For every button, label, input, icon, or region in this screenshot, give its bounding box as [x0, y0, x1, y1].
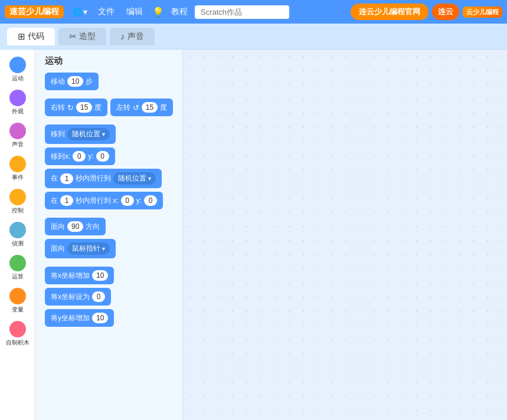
sidebar-item-motion[interactable]: 运动 — [0, 54, 35, 85]
block-glide-to-mid: 秒内滑行到 — [76, 173, 111, 183]
block-goto-dropdown[interactable]: 随机位置 — [67, 128, 110, 140]
cat-looks-label: 外观 — [12, 107, 24, 116]
cat-motion-label: 运动 — [12, 74, 24, 83]
tab-code-label: 代码 — [28, 31, 44, 42]
block-glide-to-pre: 在 — [51, 173, 58, 183]
sidebar-item-events[interactable]: 事件 — [0, 153, 35, 184]
block-glide-xy-x[interactable]: 0 — [121, 195, 134, 206]
cat-operators-label: 运算 — [12, 273, 24, 281]
brand-logo: 速芸少儿编程 — [5, 5, 64, 18]
blocks-category-title: 运动 — [45, 55, 176, 67]
tab-code[interactable]: ⊞ 代码 — [7, 28, 55, 45]
block-face-toward-dropdown[interactable]: 鼠标指针 — [67, 242, 110, 255]
block-goto-xy-x[interactable]: 0 — [73, 151, 86, 162]
file-menu[interactable]: 文件 — [93, 5, 119, 18]
block-goto[interactable]: 移到 随机位置 — [45, 124, 116, 144]
cat-events-label: 事件 — [12, 173, 24, 182]
block-reset-x-value[interactable]: 0 — [92, 291, 105, 302]
block-turn-left-text: 左转 — [116, 103, 130, 113]
block-goto-xy-y-label: y: — [88, 152, 93, 160]
block-reset-x[interactable]: 将x坐标设为 0 — [45, 288, 111, 306]
cat-control-label: 控制 — [12, 206, 24, 215]
tab-sound-label: 声音 — [127, 31, 144, 42]
block-glide-xy-pre: 在 — [51, 196, 58, 206]
website-button[interactable]: 连云少儿编程官网 — [351, 4, 429, 20]
block-reset-x-text: 将x坐标设为 — [51, 292, 90, 302]
block-face-dir-unit: 方向 — [86, 222, 100, 232]
sidebar-item-sensing[interactable]: 侦测 — [0, 219, 35, 250]
block-glide-to-value[interactable]: 1 — [60, 173, 73, 184]
blocks-panel: 运动 移动 10 步 右转 ↻ 15 度 左转 ↺ 15 度 移到 随机位置 — [35, 50, 183, 420]
navbar: 速芸少儿编程 🌐 ▾ 文件 编辑 💡 教程 连云少儿编程官网 连云 云少儿编程 — [0, 0, 507, 24]
block-set-y-value[interactable]: 10 — [92, 313, 108, 323]
category-sidebar: 运动 外观 声音 事件 控制 侦测 运算 变量 — [0, 50, 35, 420]
tab-sound[interactable]: ♪ 声音 — [110, 28, 155, 45]
block-turn-right-text: 右转 — [51, 103, 65, 113]
costume-tab-icon: ✂ — [69, 31, 77, 42]
canvas-area — [183, 50, 507, 420]
tab-costume-label: 造型 — [79, 31, 96, 42]
block-move[interactable]: 移动 10 步 — [45, 73, 99, 90]
sidebar-item-sound[interactable]: 声音 — [0, 120, 35, 151]
tutorial-menu[interactable]: 教程 — [166, 5, 192, 18]
cat-sensing-label: 侦测 — [12, 239, 24, 248]
block-glide-xy[interactable]: 在 1 秒内滑行到 x: 0 y: 0 — [45, 192, 163, 209]
block-glide-xy-value[interactable]: 1 — [60, 195, 73, 206]
main-area: 运动 外观 声音 事件 控制 侦测 运算 变量 — [0, 50, 507, 420]
block-move-text: 移动 — [51, 77, 65, 87]
block-glide-xy-y[interactable]: 0 — [144, 195, 157, 206]
sidebar-item-looks[interactable]: 外观 — [0, 87, 35, 118]
globe-arrow: ▾ — [83, 7, 87, 17]
block-set-x[interactable]: 将x坐标增加 10 — [45, 267, 114, 284]
cat-myblocks-label: 自制积木 — [6, 339, 30, 347]
brand-logo-right: 云少儿编程 — [463, 6, 502, 18]
sidebar-item-variables[interactable]: 变量 — [0, 286, 35, 316]
block-set-x-text: 将x坐标增加 — [51, 271, 90, 281]
block-goto-text: 移到 — [51, 129, 65, 139]
block-goto-xy[interactable]: 移到x: 0 y: 0 — [45, 147, 115, 165]
tab-bar: ⊞ 代码 ✂ 造型 ♪ 声音 — [0, 24, 507, 50]
block-face-toward-text: 面向 — [51, 244, 65, 254]
block-face-dir-value[interactable]: 90 — [67, 221, 83, 232]
block-turn-left-icon: ↺ — [133, 103, 139, 112]
block-set-y[interactable]: 将y坐标增加 10 — [45, 309, 114, 327]
search-input[interactable] — [195, 5, 289, 19]
block-glide-to-dropdown[interactable]: 随机位置 — [113, 172, 156, 185]
sidebar-item-myblocks[interactable]: 自制积木 — [0, 319, 35, 349]
sidebar-item-control[interactable]: 控制 — [0, 186, 35, 217]
block-set-x-value[interactable]: 10 — [92, 270, 108, 281]
sound-tab-icon: ♪ — [120, 31, 125, 41]
block-face-dir[interactable]: 面向 90 方向 — [45, 218, 106, 235]
block-turn-left-unit: 度 — [160, 103, 167, 113]
cat-sound-label: 声音 — [12, 140, 24, 149]
block-turn-right[interactable]: 右转 ↻ 15 度 — [45, 99, 107, 116]
block-glide-to[interactable]: 在 1 秒内滑行到 随机位置 — [45, 169, 162, 188]
block-move-unit: 步 — [86, 77, 93, 87]
globe-icon: 🌐 — [72, 7, 82, 17]
block-goto-xy-y[interactable]: 0 — [96, 151, 109, 162]
tab-costume[interactable]: ✂ 造型 — [58, 28, 106, 45]
edit-menu[interactable]: 编辑 — [122, 5, 148, 18]
cat-variables-label: 变量 — [12, 306, 24, 314]
block-set-y-text: 将y坐标增加 — [51, 313, 90, 323]
block-turn-left[interactable]: 左转 ↺ 15 度 — [110, 99, 173, 116]
block-turn-right-icon: ↻ — [67, 103, 74, 112]
block-face-dir-text: 面向 — [51, 222, 65, 232]
block-turn-left-value[interactable]: 15 — [142, 102, 158, 113]
globe-button[interactable]: 🌐 ▾ — [68, 6, 91, 18]
connect-button[interactable]: 连云 — [432, 4, 459, 20]
block-glide-xy-y-label: y: — [136, 196, 142, 205]
block-turn-right-value[interactable]: 15 — [76, 102, 92, 113]
code-tab-icon: ⊞ — [18, 31, 25, 42]
bulb-icon: 💡 — [152, 6, 164, 18]
block-glide-xy-mid: 秒内滑行到 x: — [76, 196, 119, 206]
block-face-toward[interactable]: 面向 鼠标指针 — [45, 239, 116, 258]
block-turn-right-unit: 度 — [94, 103, 102, 113]
sidebar-item-operators[interactable]: 运算 — [0, 252, 35, 283]
block-goto-xy-text: 移到x: — [51, 152, 70, 162]
block-move-value[interactable]: 10 — [67, 76, 83, 87]
